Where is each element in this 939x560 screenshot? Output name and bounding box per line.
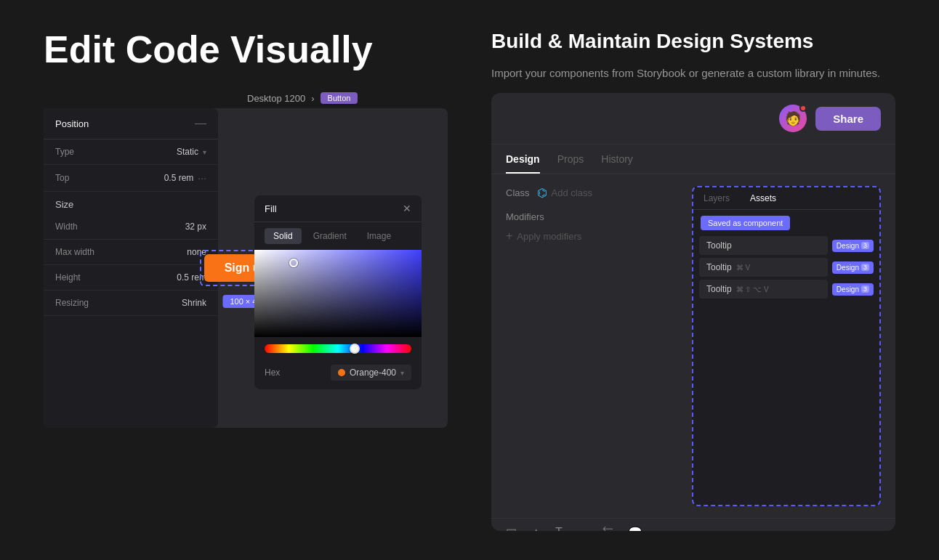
right-subtitle: Import your components from Storybook or… [491, 65, 895, 82]
design-badge-1: Design 3 [832, 261, 874, 274]
list-item: Tooltip ⌘ ⇧ ⌥ V Design 3 [699, 280, 874, 299]
fill-tab-solid[interactable]: Solid [265, 228, 302, 244]
fill-tab-image[interactable]: Image [358, 228, 400, 244]
share-button[interactable]: Share [815, 107, 881, 131]
avatar-wrap: 🧑 [779, 105, 807, 132]
fill-tabs: Solid Gradient Image [254, 222, 422, 250]
button-badge: Button [321, 92, 358, 104]
desktop-arrow: › [311, 93, 314, 104]
modifiers-label: Modifiers [506, 211, 677, 222]
right-section: Build & Maintain Design Systems Import y… [491, 29, 895, 531]
design-tabs: Design Props History [491, 145, 895, 174]
assets-tab-layers[interactable]: Layers [693, 187, 740, 209]
ui-mockup: Desktop 1200 › Button Position — Type St… [44, 92, 448, 531]
hex-dropdown-arrow: ▾ [400, 369, 404, 377]
class-input-area[interactable]: ⌬ Add class [537, 186, 592, 200]
component-icon[interactable]: ⬱ [603, 526, 613, 531]
apply-mod-text: Apply modifiers [517, 231, 581, 242]
editor-area: Position — Type Static ▾ Top 0.5 rem [44, 108, 448, 428]
fill-header: Fill ✕ [254, 195, 422, 222]
design-mockup: 🧑 Share Design Props History Class [491, 93, 895, 531]
design-badge-0: Design 3 [832, 240, 874, 252]
tailwind-icon: ⌬ [537, 186, 547, 200]
assets-panel: Layers Assets Saved as component Tooltip… [692, 186, 881, 506]
list-item: Tooltip Design 3 [699, 236, 874, 255]
hex-color-dot [338, 369, 345, 376]
star-icon[interactable]: ✦ [531, 526, 541, 531]
add-class-text: Add class [552, 187, 592, 198]
icon-toolbar: ▣ ✦ T ▭ ⬱ 💬 ▭ ▶ ↩ ⬚ ⏮ ⊞ [491, 518, 895, 531]
fill-panel: Fill ✕ Solid Gradient Image [254, 195, 422, 389]
tab-history[interactable]: History [601, 153, 633, 174]
rect-icon[interactable]: ▭ [577, 526, 588, 531]
hue-slider[interactable] [265, 344, 411, 353]
text-icon[interactable]: T [555, 526, 563, 531]
design-badge-2: Design 3 [832, 283, 874, 296]
color-picker-gradient[interactable] [254, 250, 422, 337]
assets-tab-assets[interactable]: Assets [740, 187, 786, 209]
desktop-bar: Desktop 1200 › Button [44, 92, 448, 104]
hero-title: Edit Code Visually [44, 29, 448, 70]
list-item: Tooltip ⌘ V Design 3 [699, 258, 874, 277]
hex-value-container[interactable]: Orange-400 ▾ [331, 365, 411, 381]
assets-list: Tooltip Design 3 Tooltip ⌘ V [693, 236, 879, 299]
class-label: Class [506, 187, 530, 198]
hue-slider-container [254, 337, 422, 359]
hex-row: Hex Orange-400 ▾ [254, 359, 422, 389]
fill-close-button[interactable]: ✕ [403, 203, 411, 214]
class-row: Class ⌬ Add class [506, 186, 677, 200]
main-container: Edit Code Visually Desktop 1200 › Button… [0, 0, 939, 560]
asset-name-0[interactable]: Tooltip [699, 236, 828, 255]
assets-tabs: Layers Assets [693, 187, 879, 210]
square-icon[interactable]: ▣ [506, 526, 517, 531]
right-title: Build & Maintain Design Systems [491, 29, 895, 54]
icon-row-1: ▣ ✦ T ▭ ⬱ 💬 [506, 526, 881, 531]
hex-label: Hex [265, 368, 280, 378]
plus-icon: + [506, 230, 512, 243]
tab-props[interactable]: Props [557, 153, 584, 174]
tab-design[interactable]: Design [506, 153, 540, 174]
left-section: Edit Code Visually Desktop 1200 › Button… [44, 29, 448, 531]
share-bar: 🧑 Share [491, 93, 895, 145]
hex-text: Orange-400 [350, 368, 396, 378]
avatar-notification-dot [799, 105, 807, 112]
saved-badge-container: Saved as component [693, 210, 879, 236]
left-design-panel: Class ⌬ Add class Modifiers + Apply modi… [506, 186, 677, 506]
asset-name-1[interactable]: Tooltip ⌘ V [699, 258, 828, 277]
saved-badge: Saved as component [701, 216, 790, 230]
comment-icon[interactable]: 💬 [628, 526, 642, 531]
color-picker-handle[interactable] [289, 259, 298, 267]
fill-tab-gradient[interactable]: Gradient [305, 228, 355, 244]
add-modifier-row[interactable]: + Apply modifiers [506, 230, 677, 243]
asset-name-2[interactable]: Tooltip ⌘ ⇧ ⌥ V [699, 280, 828, 299]
desktop-label: Desktop 1200 [247, 93, 305, 104]
design-content: Class ⌬ Add class Modifiers + Apply modi… [491, 174, 895, 518]
hue-handle[interactable] [350, 344, 360, 354]
fill-title: Fill [265, 203, 277, 214]
